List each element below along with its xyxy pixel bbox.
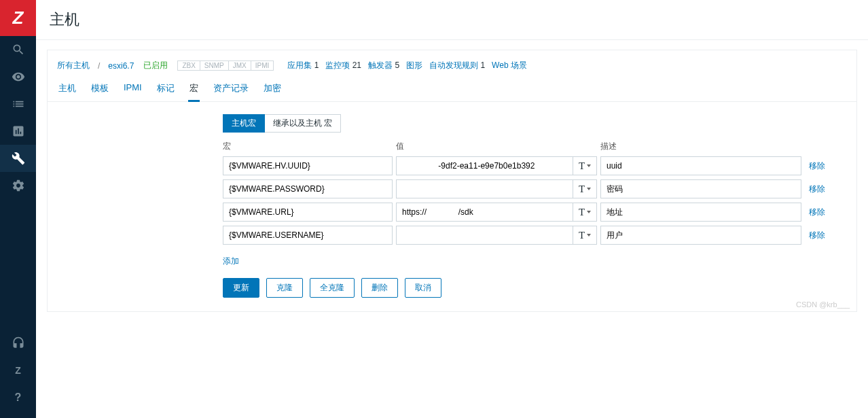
- tag-ipmi: IPMI: [251, 60, 274, 71]
- macro-value-wrap: T: [396, 203, 597, 222]
- macro-row: T移除: [223, 226, 847, 245]
- macro-row: T移除: [223, 156, 847, 175]
- main-content: 主机 所有主机 / esxi6.7 已启用 ZBX SNMP JMX IPMI …: [36, 0, 868, 418]
- availability-tags: ZBX SNMP JMX IPMI: [177, 60, 274, 71]
- breadcrumb-host[interactable]: esxi6.7: [108, 61, 134, 71]
- macro-value-wrap: T: [396, 179, 597, 198]
- header-macro: 宏: [223, 141, 393, 152]
- macro-row: T移除: [223, 203, 847, 222]
- add-macro-link[interactable]: 添加: [223, 256, 239, 267]
- tag-snmp: SNMP: [200, 60, 229, 71]
- info-link-items[interactable]: 监控项 21: [325, 60, 361, 71]
- macro-type-button[interactable]: T: [573, 226, 597, 245]
- zabbix-logo[interactable]: Z: [0, 0, 36, 36]
- action-buttons: 更新 克隆 全克隆 删除 取消: [223, 278, 847, 298]
- nav-configuration-icon[interactable]: [0, 145, 36, 172]
- nav-help-icon[interactable]: ?: [0, 384, 36, 411]
- watermark: CSDN @krb___: [796, 300, 850, 309]
- breadcrumb-all-hosts[interactable]: 所有主机: [57, 60, 90, 71]
- delete-button[interactable]: 删除: [361, 278, 398, 298]
- info-link-applications[interactable]: 应用集 1: [287, 60, 319, 71]
- form-area: 主机宏 继承以及主机 宏 宏 值 描述 T移除T移除T移除T移除 添加 更新 克…: [48, 102, 856, 298]
- info-link-web[interactable]: Web 场景: [492, 60, 527, 71]
- info-link-graphs[interactable]: 图形: [406, 60, 422, 71]
- macro-name-input[interactable]: [223, 203, 393, 222]
- tabs: 主机 模板 IPMI 标记 宏 资产记录 加密: [48, 75, 856, 102]
- macro-name-input[interactable]: [223, 179, 393, 198]
- macro-value-input[interactable]: [396, 156, 573, 175]
- breadcrumb-row: 所有主机 / esxi6.7 已启用 ZBX SNMP JMX IPMI 应用集…: [48, 56, 856, 75]
- nav-share-icon[interactable]: Z: [0, 357, 36, 384]
- macro-desc-input[interactable]: [600, 203, 801, 222]
- column-headers: 宏 值 描述: [223, 141, 847, 152]
- macro-value-wrap: T: [396, 156, 597, 175]
- macro-desc-input[interactable]: [600, 156, 801, 175]
- content-panel: 所有主机 / esxi6.7 已启用 ZBX SNMP JMX IPMI 应用集…: [47, 50, 857, 312]
- macro-value-wrap: T: [396, 226, 597, 245]
- macro-value-input[interactable]: [396, 179, 573, 198]
- header-value: 值: [396, 141, 597, 152]
- tab-ipmi[interactable]: IPMI: [122, 80, 143, 101]
- tab-encryption[interactable]: 加密: [262, 80, 283, 101]
- tab-macros[interactable]: 宏: [188, 80, 200, 102]
- page-title: 主机: [36, 0, 868, 40]
- tag-zbx: ZBX: [177, 60, 200, 71]
- breadcrumb-separator: /: [98, 61, 100, 71]
- macro-desc-input[interactable]: [600, 226, 801, 245]
- macro-name-input[interactable]: [223, 226, 393, 245]
- nav-administration-icon[interactable]: [0, 172, 36, 199]
- info-link-triggers[interactable]: 触发器 5: [368, 60, 399, 71]
- host-status: 已启用: [143, 60, 168, 71]
- macro-row: T移除: [223, 179, 847, 198]
- toggle-inherited-macros[interactable]: 继承以及主机 宏: [265, 114, 341, 133]
- cancel-button[interactable]: 取消: [405, 278, 441, 298]
- tab-tags[interactable]: 标记: [156, 80, 176, 101]
- remove-macro-link[interactable]: 移除: [809, 230, 825, 241]
- macro-desc-input[interactable]: [600, 179, 801, 198]
- macro-value-input[interactable]: [396, 226, 573, 245]
- tag-jmx: JMX: [229, 60, 251, 71]
- macro-type-button[interactable]: T: [573, 156, 597, 175]
- toggle-host-macros[interactable]: 主机宏: [223, 114, 265, 133]
- tab-templates[interactable]: 模板: [90, 80, 110, 101]
- nav-monitoring-icon[interactable]: [0, 63, 36, 90]
- nav-reports-icon[interactable]: [0, 118, 36, 145]
- tab-host[interactable]: 主机: [57, 80, 77, 101]
- macro-type-button[interactable]: T: [573, 203, 597, 222]
- macro-type-button[interactable]: T: [573, 179, 597, 198]
- update-button[interactable]: 更新: [223, 278, 259, 298]
- macro-value-input[interactable]: [396, 203, 573, 222]
- remove-macro-link[interactable]: 移除: [809, 184, 825, 195]
- sidebar: Z Z ?: [0, 0, 36, 418]
- remove-macro-link[interactable]: 移除: [809, 207, 825, 218]
- clone-button[interactable]: 克隆: [266, 278, 303, 298]
- macro-toggle-group: 主机宏 继承以及主机 宏: [223, 114, 847, 133]
- full-clone-button[interactable]: 全克隆: [310, 278, 355, 298]
- nav-search-icon[interactable]: [0, 36, 36, 63]
- info-link-discovery[interactable]: 自动发现规则 1: [429, 60, 485, 71]
- tab-inventory[interactable]: 资产记录: [212, 80, 250, 101]
- macro-name-input[interactable]: [223, 156, 393, 175]
- remove-macro-link[interactable]: 移除: [809, 160, 825, 172]
- header-desc: 描述: [600, 141, 801, 152]
- nav-support-icon[interactable]: [0, 330, 36, 357]
- nav-inventory-icon[interactable]: [0, 90, 36, 118]
